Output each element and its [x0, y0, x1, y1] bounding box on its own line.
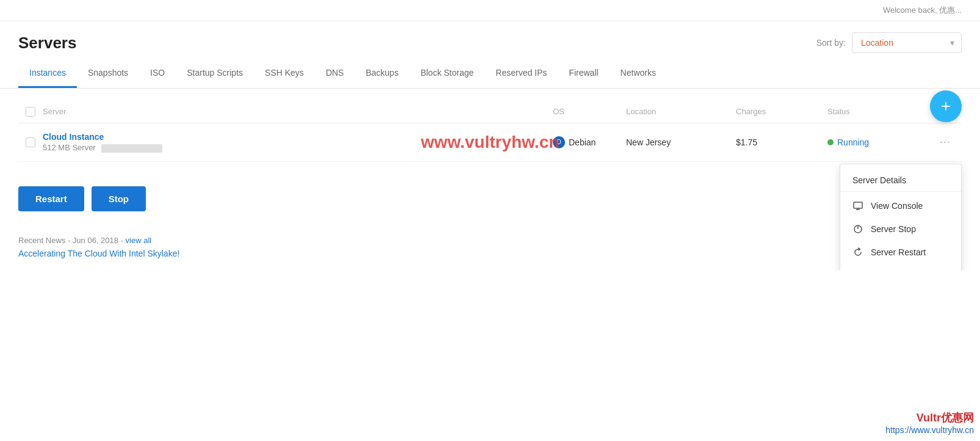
charges-cell: $1.75 [736, 137, 827, 147]
action-buttons-container: Restart Stop [18, 174, 962, 211]
view-console-label: View Console [871, 201, 923, 211]
page-header: Servers Sort by: Location Name Status Da… [0, 21, 980, 59]
tab-ssh-keys[interactable]: SSH Keys [254, 59, 315, 88]
server-name[interactable]: Cloud Instance [43, 132, 553, 142]
stop-button[interactable]: Stop [92, 186, 146, 211]
table-row: Cloud Instance 512 MB Server D Debian Ne… [18, 123, 962, 162]
tab-block-storage[interactable]: Block Storage [409, 59, 485, 88]
page-title: Servers [18, 34, 76, 53]
power-icon [852, 224, 863, 235]
recent-news-section: Recent News - Jun 06, 2018 - view all Ac… [18, 236, 962, 258]
col-header-status: Status [827, 107, 937, 117]
sort-select[interactable]: Location Name Status Date Created [852, 32, 962, 53]
os-name: Debian [569, 137, 596, 147]
news-date: Recent News - Jun 06, 2018 - [18, 236, 123, 245]
server-row-container: www.vultryhw.cn Cloud Instance 512 MB Se… [18, 123, 962, 162]
context-view-console[interactable]: View Console [840, 194, 961, 217]
tab-snapshots[interactable]: Snapshots [77, 59, 139, 88]
status-cell: Running [827, 137, 937, 147]
server-stop-label: Server Stop [871, 224, 916, 234]
context-menu-header: Server Details [840, 169, 961, 192]
header-checkbox-cell [18, 107, 43, 117]
tab-firewall[interactable]: Firewall [558, 59, 609, 88]
os-cell: D Debian [553, 136, 626, 148]
server-spec: 512 MB Server [43, 143, 553, 153]
context-server-restart[interactable]: Server Restart [840, 241, 961, 264]
os-icon: D [553, 136, 565, 148]
tab-networks[interactable]: Networks [610, 59, 667, 88]
row-checkbox[interactable] [26, 137, 35, 147]
news-headline-link[interactable]: Accelerating The Cloud With Intel Skylak… [18, 249, 962, 258]
monitor-icon [852, 200, 863, 211]
tab-reserved-ips[interactable]: Reserved IPs [485, 59, 558, 88]
context-server-reinstall[interactable]: Server Reinstall [840, 264, 961, 270]
context-server-stop[interactable]: Server Stop [840, 217, 961, 241]
row-checkbox-cell [18, 137, 43, 147]
location-cell: New Jersey [626, 137, 736, 147]
tab-startup-scripts[interactable]: Startup Scripts [176, 59, 254, 88]
add-server-button[interactable]: + [930, 90, 962, 122]
col-header-charges: Charges [736, 107, 827, 117]
more-actions-button[interactable]: ··· [937, 133, 953, 151]
restart-button[interactable]: Restart [18, 186, 84, 211]
col-header-os: OS [553, 107, 626, 117]
server-restart-label: Server Restart [871, 247, 926, 257]
tab-iso[interactable]: ISO [139, 59, 176, 88]
svg-rect-0 [854, 202, 862, 208]
tab-instances[interactable]: Instances [18, 59, 77, 88]
tabs-nav: Instances Snapshots ISO Startup Scripts … [0, 59, 980, 89]
refresh-icon [852, 247, 863, 258]
tab-backups[interactable]: Backups [355, 59, 409, 88]
welcome-text: Welcome back, 优惠... [883, 5, 962, 16]
top-bar: Welcome back, 优惠... [0, 0, 980, 21]
server-info-cell: Cloud Instance 512 MB Server [43, 132, 553, 153]
select-all-checkbox[interactable] [26, 107, 35, 117]
server-ip-blur [101, 144, 162, 153]
sort-by-container: Sort by: Location Name Status Date Creat… [816, 32, 962, 53]
table-header: Server OS Location Charges Status [18, 101, 962, 123]
main-content: Server OS Location Charges Status www.vu… [0, 89, 980, 271]
context-menu: Server Details View Console [840, 164, 962, 270]
more-actions-cell: ··· Server Details View Console [937, 133, 962, 151]
col-header-location: Location [626, 107, 736, 117]
col-header-server: Server [43, 107, 553, 117]
sort-select-wrapper: Location Name Status Date Created [852, 32, 962, 53]
sort-by-label: Sort by: [816, 38, 846, 48]
status-text: Running [837, 137, 869, 147]
status-indicator [827, 139, 834, 145]
tab-dns[interactable]: DNS [315, 59, 355, 88]
view-all-link[interactable]: view all [126, 236, 152, 245]
